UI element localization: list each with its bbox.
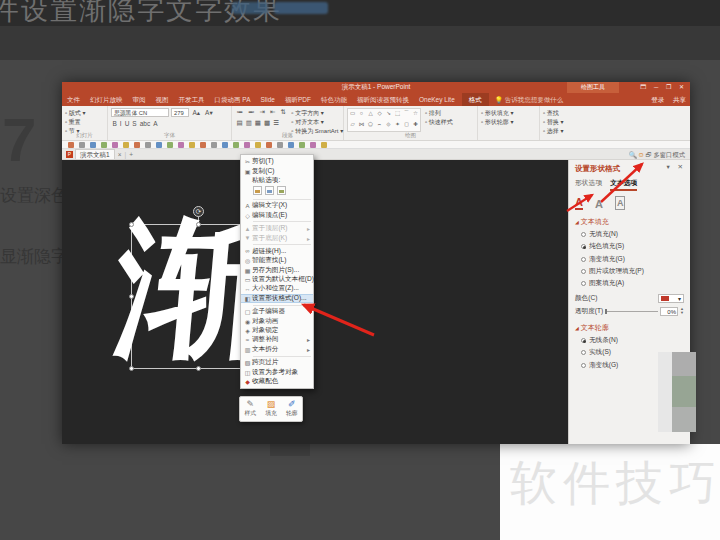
menu-item-盒子编辑器[interactable]: ▢盒子编辑器: [241, 307, 313, 316]
shape-glyph[interactable]: ⌒: [402, 109, 411, 120]
color-dropdown[interactable]: ▾: [658, 294, 684, 303]
shape-glyph[interactable]: ○: [357, 109, 366, 120]
menu-item-粘贴选项[interactable]: 粘贴选项:: [241, 176, 313, 185]
resize-handle[interactable]: [196, 366, 201, 371]
paste-option-icon[interactable]: [265, 186, 274, 195]
quick-icon[interactable]: [222, 142, 228, 148]
grow-font-button[interactable]: A▴: [191, 109, 202, 117]
tell-me-box[interactable]: 💡 告诉我您想要做什么: [489, 93, 563, 106]
quick-icon[interactable]: [189, 142, 195, 148]
resize-handle[interactable]: [196, 222, 201, 227]
menu-item-设置为默认文本框D[interactable]: ▭设置为默认文本框(D): [241, 275, 313, 284]
quick-icon[interactable]: [321, 142, 327, 148]
close-tab-icon[interactable]: ×: [118, 151, 122, 158]
ribbon-tab-开发工具[interactable]: 开发工具: [174, 93, 210, 106]
sign-in-button[interactable]: 登录: [651, 96, 664, 103]
quick-icon[interactable]: [277, 142, 283, 148]
shape-glyph[interactable]: ⋈: [357, 120, 366, 131]
ribbon-button[interactable]: ▫ 形状填充 ▾: [481, 109, 536, 117]
ribbon-tab-幻灯片放映[interactable]: 幻灯片放映: [85, 93, 128, 106]
quick-icon[interactable]: [167, 142, 173, 148]
ribbon-button[interactable]: ▫ 形状轮廓 ▾: [481, 118, 536, 126]
ribbon-tab-福昕阅读器预转换[interactable]: 福昕阅读器预转换: [352, 93, 414, 106]
shape-glyph[interactable]: ⌢: [375, 120, 384, 131]
quick-icon[interactable]: [244, 142, 250, 148]
radio-icon[interactable]: [581, 350, 586, 355]
gear-icon[interactable]: ⊙: [638, 151, 643, 158]
pane-option-渐变填充G[interactable]: 渐变填充(G): [575, 255, 684, 264]
rotate-handle[interactable]: ⟳: [193, 206, 204, 217]
shape-glyph[interactable]: ✚: [411, 120, 420, 131]
menu-item-智能查找L[interactable]: ◎智能查找(L): [241, 256, 313, 265]
ribbon-tab-审阅[interactable]: 审阅: [128, 93, 151, 106]
search-icon[interactable]: 🔍: [629, 151, 637, 158]
font-format-button[interactable]: abc: [138, 120, 151, 127]
window-controls[interactable]: 🗖 ─ ❐ ✕: [640, 83, 687, 90]
transparency-stepper[interactable]: ▲▼: [680, 307, 684, 315]
text-effects-icon[interactable]: A: [595, 198, 603, 210]
radio-icon[interactable]: [581, 257, 586, 262]
shape-glyph[interactable]: ⬠: [366, 120, 375, 131]
shape-glyph[interactable]: ◻: [402, 120, 411, 131]
quick-icon[interactable]: [156, 142, 162, 148]
menu-item-对象动画[interactable]: ◉对象动画: [241, 316, 313, 325]
pane-tab-shape-options[interactable]: 形状选项: [575, 178, 602, 191]
font-name-box[interactable]: 思源黑体 CN: [111, 108, 169, 117]
ribbon-button[interactable]: ▫ 选择 ▾: [543, 127, 581, 135]
mini-toolbar-填充[interactable]: ▨填充: [261, 397, 282, 421]
quick-icon[interactable]: [310, 142, 316, 148]
shape-glyph[interactable]: ◇: [375, 109, 384, 120]
quick-icon[interactable]: [211, 142, 217, 148]
radio-icon[interactable]: [581, 338, 586, 343]
transparency-value[interactable]: 0%: [660, 307, 678, 316]
pane-option-纯色填充S[interactable]: 纯色填充(S): [575, 242, 684, 251]
section-text-fill[interactable]: ◢文本填充: [575, 217, 684, 227]
ribbon-tab-视图[interactable]: 视图: [151, 93, 174, 106]
shape-glyph[interactable]: ✦: [393, 120, 402, 131]
menu-item-收藏配色[interactable]: ◆收藏配色: [241, 377, 313, 386]
quick-icon[interactable]: [200, 142, 206, 148]
ribbon-button[interactable]: ▫ 文字方向 ▾: [291, 109, 343, 117]
radio-icon[interactable]: [581, 232, 586, 237]
radio-icon[interactable]: [581, 269, 586, 274]
menu-item-超链接H[interactable]: ∞超链接(H)...: [241, 247, 313, 256]
menu-item-文本拆分[interactable]: ▥文本拆分▸: [241, 345, 313, 354]
menu-item-复制C[interactable]: ▣复制(C): [241, 166, 313, 175]
font-format-button[interactable]: S: [131, 120, 138, 127]
menu-item-跨页过片[interactable]: ▧跨页过片: [241, 358, 313, 367]
radio-icon[interactable]: [581, 244, 586, 249]
share-button[interactable]: 共享: [673, 96, 686, 103]
slide-canvas[interactable]: 渐 ⟳: [62, 160, 568, 444]
shape-glyph[interactable]: ☆: [411, 109, 420, 120]
quick-icon[interactable]: [233, 142, 239, 148]
resize-handle[interactable]: [129, 366, 134, 371]
radio-icon[interactable]: [581, 281, 586, 286]
mini-toolbar-轮廓[interactable]: ✐轮廓: [281, 397, 302, 421]
ribbon-button[interactable]: ▫ 重置: [65, 118, 104, 126]
quick-icon[interactable]: [299, 142, 305, 148]
font-size-box[interactable]: 279: [171, 108, 189, 117]
menu-item-设置为参考对象[interactable]: ◫设置为参考对象: [241, 367, 313, 376]
ribbon-button[interactable]: ▫ 排列: [425, 109, 453, 117]
ribbon-tab-文件[interactable]: 文件: [62, 93, 85, 106]
ribbon-button[interactable]: ▫ 版式 ▾: [65, 109, 104, 117]
pane-collapse-icon[interactable]: ▾: [666, 163, 672, 170]
quick-icon[interactable]: [79, 142, 85, 148]
text-fill-outline-icon[interactable]: A: [575, 196, 583, 210]
quick-icon[interactable]: [90, 142, 96, 148]
paste-option-icon[interactable]: [277, 186, 286, 195]
menu-item-另存为图片S[interactable]: ▦另存为图片(S)...: [241, 266, 313, 275]
paste-option-icon[interactable]: [253, 186, 262, 195]
ribbon-tab-特色功能[interactable]: 特色功能: [316, 93, 352, 106]
menu-item-设置形状格式O[interactable]: ◧设置形状格式(O)...: [241, 294, 313, 303]
pane-option-图案填充A[interactable]: 图案填充(A): [575, 279, 684, 288]
shape-glyph[interactable]: ⬚: [393, 109, 402, 120]
menu-item-大小和位置Z[interactable]: ↔大小和位置(Z)...: [241, 284, 313, 293]
new-tab-icon[interactable]: +: [129, 151, 133, 158]
document-tab[interactable]: 演示文稿1: [75, 149, 115, 159]
ribbon-button[interactable]: ▫ 快速样式: [425, 118, 453, 126]
ribbon-button[interactable]: ▫ 查找: [543, 109, 581, 117]
shape-glyph[interactable]: ↘: [384, 109, 393, 120]
shrink-font-button[interactable]: A▾: [204, 109, 215, 117]
menu-item-编辑文字X[interactable]: A编辑文字(X): [241, 201, 313, 210]
